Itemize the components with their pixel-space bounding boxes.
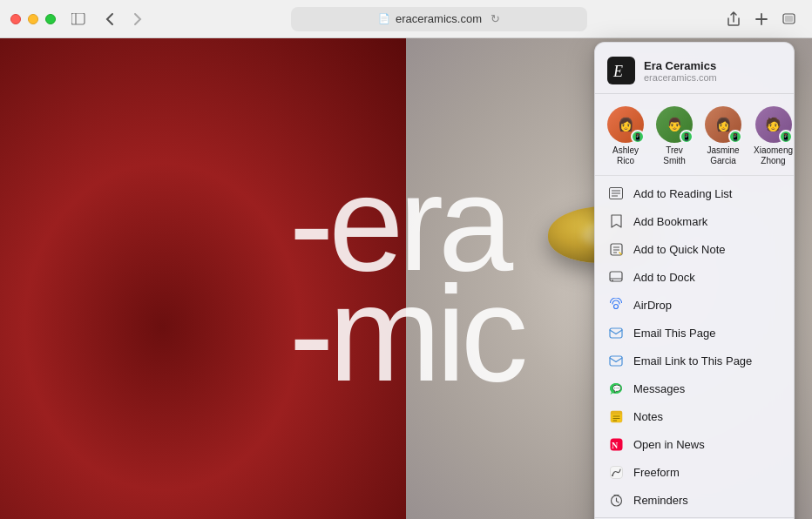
left-half bbox=[0, 38, 406, 519]
svg-text:💬: 💬 bbox=[612, 383, 621, 392]
address-bar-container: 📄 eraceramics.com ↻ bbox=[157, 7, 721, 31]
contact-name-trev: Trev Smith bbox=[656, 145, 693, 166]
minimize-button[interactable] bbox=[28, 14, 38, 24]
nav-buttons bbox=[98, 7, 150, 31]
email-page-icon bbox=[607, 324, 625, 341]
menu-item-freeform[interactable]: Freeform bbox=[595, 458, 794, 486]
badge-ashley: 📱 bbox=[631, 130, 645, 144]
site-lock-icon: 📄 bbox=[378, 13, 390, 24]
dock-icon bbox=[607, 268, 625, 286]
reading-list-icon bbox=[607, 185, 625, 202]
close-button[interactable] bbox=[10, 14, 21, 24]
svg-rect-16 bbox=[610, 356, 622, 366]
menu-label-email-link: Email Link to This Page bbox=[633, 354, 752, 367]
svg-rect-13 bbox=[612, 280, 613, 282]
site-icon: E bbox=[607, 57, 635, 84]
back-button[interactable] bbox=[98, 7, 122, 31]
contact-name-ashley: AshleyRico bbox=[612, 145, 639, 166]
contact-ashley[interactable]: 👩 📱 AshleyRico bbox=[602, 104, 649, 168]
share-dropdown: E Era Ceramics eraceramics.com 👩 📱 Ashle… bbox=[594, 42, 795, 519]
right-controls bbox=[721, 7, 802, 31]
menu-label-bookmark: Add Bookmark bbox=[633, 215, 707, 228]
news-icon: N bbox=[607, 435, 625, 453]
airdrop-icon bbox=[607, 296, 625, 313]
badge-jasmine: 📱 bbox=[728, 130, 742, 144]
tab-overview-button[interactable] bbox=[777, 7, 802, 31]
menu-label-dock: Add to Dock bbox=[633, 271, 695, 284]
share-button[interactable] bbox=[721, 7, 746, 31]
menu-label-messages: Messages bbox=[633, 382, 685, 395]
notes-icon bbox=[607, 408, 625, 425]
email-link-icon bbox=[607, 352, 625, 369]
svg-rect-21 bbox=[611, 411, 622, 415]
avatar-xiaomeng: 🧑 📱 bbox=[755, 106, 792, 143]
contacts-row: 👩 📱 AshleyRico 👨 📱 Trev Smith 👩 📱 bbox=[595, 98, 794, 176]
reload-icon[interactable]: ↻ bbox=[491, 12, 500, 25]
freeform-icon bbox=[607, 463, 625, 481]
menu-label-notes: Notes bbox=[633, 410, 663, 423]
menu-item-reminders[interactable]: Reminders bbox=[595, 486, 794, 514]
svg-rect-0 bbox=[71, 13, 85, 24]
menu-item-quick-note[interactable]: Add to Quick Note bbox=[595, 235, 794, 263]
new-tab-button[interactable] bbox=[749, 7, 774, 31]
quick-note-icon bbox=[607, 240, 625, 258]
menu-label-freeform: Freeform bbox=[633, 466, 680, 479]
traffic-lights bbox=[10, 14, 56, 24]
svg-point-28 bbox=[612, 475, 613, 476]
avatar-jasmine: 👩 📱 bbox=[705, 106, 741, 143]
site-url-text: eraceramics.com bbox=[644, 72, 717, 83]
url-text: eraceramics.com bbox=[396, 12, 482, 25]
site-name: Era Ceramics bbox=[644, 59, 717, 72]
badge-xiaomeng: 📱 bbox=[779, 130, 793, 144]
dropdown-header: E Era Ceramics eraceramics.com bbox=[595, 53, 794, 94]
address-bar[interactable]: 📄 eraceramics.com ↻ bbox=[291, 7, 587, 31]
svg-rect-11 bbox=[610, 272, 622, 281]
menu-section: Add to Reading List Add Bookmark Add to … bbox=[595, 178, 794, 516]
forward-button[interactable] bbox=[125, 7, 150, 31]
svg-rect-27 bbox=[610, 466, 622, 478]
avatar-trev: 👨 📱 bbox=[656, 106, 693, 143]
bookmark-icon bbox=[607, 212, 625, 230]
menu-label-news: Open in News bbox=[633, 438, 705, 451]
menu-label-quick-note: Add to Quick Note bbox=[633, 243, 726, 256]
menu-item-dock[interactable]: Add to Dock bbox=[595, 263, 794, 291]
menu-item-notes[interactable]: Notes bbox=[595, 402, 794, 430]
menu-item-reading-list[interactable]: Add to Reading List bbox=[595, 179, 794, 207]
menu-label-email-page: Email This Page bbox=[633, 327, 715, 340]
menu-label-airdrop: AirDrop bbox=[633, 299, 672, 312]
contact-trev[interactable]: 👨 📱 Trev Smith bbox=[651, 104, 698, 168]
menu-item-email-link[interactable]: Email Link to This Page bbox=[595, 347, 794, 374]
menu-item-messages[interactable]: 💬 Messages bbox=[595, 374, 794, 402]
contact-name-jasmine: JasmineGarcia bbox=[707, 145, 739, 166]
sidebar-toggle-button[interactable] bbox=[66, 7, 91, 31]
menu-item-airdrop[interactable]: AirDrop bbox=[595, 291, 794, 319]
menu-divider bbox=[595, 517, 794, 518]
svg-point-14 bbox=[614, 305, 619, 309]
menu-item-news[interactable]: N Open in News bbox=[595, 430, 794, 458]
badge-trev: 📱 bbox=[680, 130, 694, 144]
reminders-icon bbox=[607, 491, 625, 509]
messages-icon: 💬 bbox=[607, 380, 625, 397]
menu-label-reading-list: Add to Reading List bbox=[633, 187, 732, 200]
contact-xiaomeng[interactable]: 🧑 📱 XiaomengZhong bbox=[748, 104, 798, 168]
maximize-button[interactable] bbox=[45, 14, 56, 24]
svg-text:E: E bbox=[612, 63, 623, 80]
site-info: Era Ceramics eraceramics.com bbox=[644, 59, 717, 83]
svg-text:N: N bbox=[612, 440, 619, 449]
contact-name-xiaomeng: XiaomengZhong bbox=[754, 145, 793, 166]
browser-toolbar: 📄 eraceramics.com ↻ bbox=[0, 0, 812, 38]
svg-rect-3 bbox=[785, 16, 793, 22]
menu-item-email-page[interactable]: Email This Page bbox=[595, 319, 794, 347]
contact-jasmine[interactable]: 👩 📱 JasmineGarcia bbox=[700, 104, 747, 168]
menu-label-reminders: Reminders bbox=[633, 494, 688, 507]
avatar-ashley: 👩 📱 bbox=[607, 106, 644, 143]
menu-item-bookmark[interactable]: Add Bookmark bbox=[595, 207, 794, 235]
svg-rect-15 bbox=[610, 328, 622, 338]
